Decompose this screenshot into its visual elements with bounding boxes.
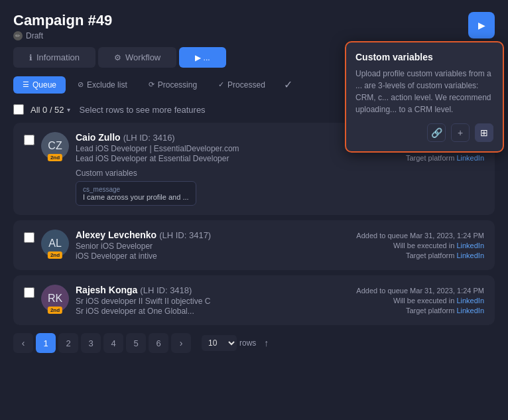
svg-text:AL: AL (48, 238, 62, 249)
contact-title: Senior iOS Developer (76, 242, 325, 251)
next-page-button[interactable]: › (171, 333, 191, 353)
pagination: ‹ 1 2 3 4 5 6 › 10 25 50 100 rows ↑ (0, 325, 508, 361)
contact-title: Lead iOS Developer | EssentialDeveloper.… (76, 144, 325, 153)
play-button[interactable]: ▶ (468, 12, 495, 38)
all-count[interactable]: All 0 / 52 ▾ (31, 105, 70, 115)
processed-icon: ✓ (218, 80, 224, 89)
tooltip-actions: 🔗 + ⊞ (355, 123, 493, 142)
connection-badge: 2nd (48, 251, 62, 259)
connection-badge: 2nd (48, 154, 62, 161)
tooltip-link-button[interactable]: 🔗 (427, 123, 446, 142)
page-button-6[interactable]: 6 (149, 333, 168, 353)
custom-var-tag: cs_message I came across your profile an… (76, 181, 196, 206)
contact-company: iOS Developer at intive (76, 251, 325, 261)
var-value: I came across your profile and ... (83, 193, 189, 201)
execute-platform: Will be executed in LinkedIn (332, 297, 484, 305)
tooltip-title: Custom variables (355, 52, 493, 62)
page-button-4[interactable]: 4 (103, 333, 123, 353)
tab-information[interactable]: ℹ Information (13, 47, 95, 68)
row-checkbox[interactable] (24, 232, 34, 243)
target-link[interactable]: LinkedIn (456, 251, 484, 259)
info-icon: ℹ (29, 53, 32, 62)
workflow-icon: ⚙ (114, 53, 121, 62)
execute-platform: Will be executed in LinkedIn (332, 242, 484, 249)
contact-info: Rajesh Konga (LH ID: 3418) Sr iOS develo… (76, 285, 325, 316)
contact-list: CZ 2nd Caio Zullo (LH ID: 3416) Lead iOS… (0, 123, 508, 325)
lh-id: (LH ID: 3416) (123, 133, 175, 143)
table-row: AL 2nd Alexey Levchenko (LH ID: 3417) Se… (13, 220, 495, 270)
contact-name: Rajesh Konga (76, 285, 137, 295)
contact-company: Lead iOS Developer at Essential Develope… (76, 154, 325, 163)
added-date: Added to queue Mar 31, 2023, 1:24 PM (332, 287, 484, 295)
platform-link[interactable]: LinkedIn (456, 297, 484, 305)
contact-info: Alexey Levchenko (LH ID: 3417) Senior iO… (76, 230, 325, 261)
tab-more[interactable]: ▶ ... (179, 47, 225, 68)
select-all-checkbox[interactable] (13, 104, 24, 115)
lh-id: (LH ID: 3418) (140, 285, 192, 295)
select-message: Select rows to see more features (80, 105, 206, 115)
draft-label: Draft (26, 31, 43, 40)
avatar-wrap: CZ 2nd (41, 132, 69, 160)
draft-badge: ✏ Draft (13, 31, 112, 40)
page-button-3[interactable]: 3 (81, 333, 101, 353)
processing-icon: ⟳ (149, 80, 155, 89)
row-checkbox[interactable] (24, 135, 34, 145)
sub-tab-queue[interactable]: ☰ Queue (13, 76, 66, 94)
target-platform: Target platform LinkedIn (332, 307, 484, 315)
contact-meta: Added to queue Mar 31, 2023, 1:24 PM Wil… (332, 230, 484, 259)
var-key: cs_message (83, 186, 189, 193)
tooltip-body: Upload profile custom variables from a .… (355, 68, 493, 115)
rows-per-page-select[interactable]: 10 25 50 100 (202, 335, 237, 351)
avatar-wrap: AL 2nd (41, 230, 69, 257)
tab-workflow[interactable]: ⚙ Workflow (98, 47, 176, 68)
sub-tab-exclude-list[interactable]: ⊘ Exclude list (68, 76, 137, 94)
avatar-wrap: RK 2nd (41, 285, 69, 313)
chevron-down-icon: ▾ (67, 106, 70, 113)
svg-text:RK: RK (48, 293, 63, 304)
queue-icon: ☰ (23, 80, 29, 89)
target-link[interactable]: LinkedIn (456, 307, 484, 315)
page-button-2[interactable]: 2 (58, 333, 78, 353)
tooltip-add-button[interactable]: + (451, 123, 470, 142)
exclude-icon: ⊘ (78, 80, 84, 89)
scroll-top-button[interactable]: ↑ (264, 338, 269, 348)
custom-variables-tooltip: Custom variables Upload profile custom v… (345, 41, 504, 153)
added-date: Added to queue Mar 31, 2023, 1:24 PM (332, 232, 484, 240)
rows-select[interactable]: 10 25 50 100 rows (202, 335, 256, 351)
sub-tab-processed[interactable]: ✓ Processed (209, 76, 275, 94)
row-checkbox[interactable] (24, 287, 34, 298)
target-platform: Target platform LinkedIn (332, 251, 484, 259)
campaign-title: Campaign #49 (13, 12, 112, 29)
header-left: Campaign #49 ✏ Draft (13, 12, 112, 40)
contact-company: Sr iOS developer at One Global... (76, 307, 325, 316)
sub-tab-processing[interactable]: ⟳ Processing (139, 76, 206, 94)
contact-name: Caio Zullo (76, 132, 121, 143)
contact-name: Alexey Levchenko (76, 230, 157, 240)
prev-page-button[interactable]: ‹ (13, 333, 33, 353)
connection-badge: 2nd (48, 307, 62, 314)
page-button-1[interactable]: 1 (36, 333, 56, 353)
contact-info: Caio Zullo (LH ID: 3416) Lead iOS Develo… (76, 132, 325, 206)
svg-text:CZ: CZ (48, 140, 62, 151)
custom-vars-label: Custom variables (76, 169, 325, 178)
sub-tab-more[interactable]: ✓ (277, 74, 299, 95)
contact-meta: Added to queue Mar 31, 2023, 1:24 PM Wil… (332, 285, 484, 315)
page-button-5[interactable]: 5 (126, 333, 146, 353)
platform-link[interactable]: LinkedIn (456, 242, 484, 249)
header: Campaign #49 ✏ Draft ▶ (0, 0, 508, 47)
contact-title: Sr iOS developer II Swift II objective C (76, 297, 325, 306)
lh-id: (LH ID: 3417) (159, 230, 211, 240)
rows-label: rows (239, 338, 256, 348)
draft-icon: ✏ (13, 31, 23, 40)
table-row: RK 2nd Rajesh Konga (LH ID: 3418) Sr iOS… (13, 275, 495, 325)
target-link[interactable]: LinkedIn (456, 154, 484, 162)
target-platform: Target platform LinkedIn (332, 154, 484, 162)
tooltip-grid-button[interactable]: ⊞ (475, 123, 493, 142)
